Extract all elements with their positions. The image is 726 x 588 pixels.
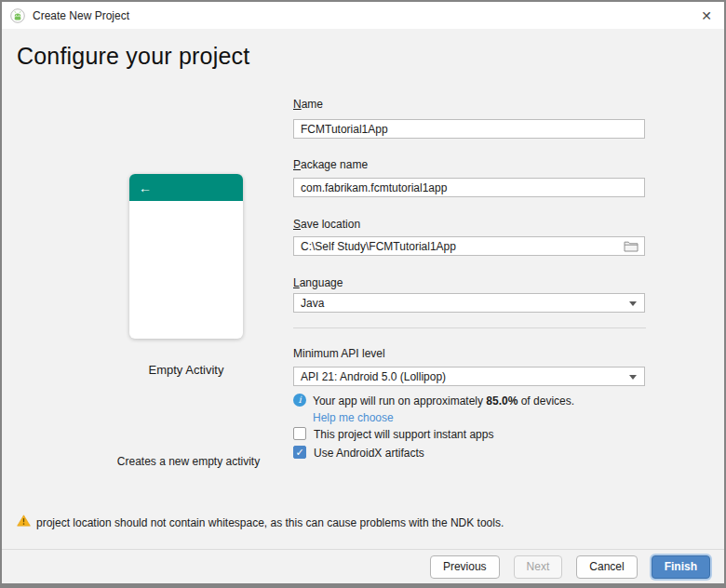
template-name: Empty Activity [129, 363, 243, 377]
help-me-choose-link[interactable]: Help me choose [313, 411, 394, 424]
min-api-label: Minimum API level [293, 347, 385, 360]
instant-apps-checkbox[interactable] [293, 427, 306, 440]
create-new-project-dialog: Create New Project ✕ Configure your proj… [0, 0, 726, 588]
save-location-label: Save location [293, 218, 360, 231]
template-preview-appbar: ← [129, 174, 243, 201]
info-icon: i [293, 394, 306, 407]
android-studio-icon [10, 8, 25, 23]
package-name-label: Package name [293, 158, 368, 171]
folder-icon[interactable] [624, 240, 639, 252]
form-divider [293, 327, 646, 328]
previous-button[interactable]: Previous [430, 555, 500, 579]
back-arrow-icon: ← [139, 181, 152, 194]
chevron-down-icon [629, 375, 637, 380]
template-description: Creates a new empty activity [93, 455, 284, 468]
api-info-suffix: of devices. [518, 394, 574, 408]
next-button[interactable]: Next [514, 555, 563, 579]
language-dropdown[interactable]: Java [293, 293, 645, 313]
androidx-checkbox-label[interactable]: Use AndroidX artifacts [314, 447, 424, 460]
instant-apps-checkbox-label[interactable]: This project will support instant apps [314, 428, 493, 441]
api-info-percentage: 85.0% [486, 394, 518, 408]
window-title: Create New Project [33, 9, 129, 22]
warning-message: project location should not contain whit… [36, 516, 504, 529]
titlebar: Create New Project ✕ [2, 2, 724, 29]
cancel-button[interactable]: Cancel [576, 555, 637, 579]
chevron-down-icon [629, 301, 637, 306]
close-icon[interactable]: ✕ [691, 2, 722, 29]
page-title: Configure your project [17, 43, 249, 70]
warning-icon [17, 514, 31, 527]
template-preview-card: ← [129, 174, 243, 339]
package-name-input[interactable] [293, 178, 645, 197]
finish-button[interactable]: Finish [652, 555, 710, 579]
api-info-prefix: Your app will run on approximately [313, 394, 486, 408]
api-info-text: Your app will run on approximately 85.0%… [313, 394, 574, 408]
language-value: Java [301, 297, 324, 310]
min-api-value: API 21: Android 5.0 (Lollipop) [301, 370, 446, 383]
androidx-checkbox[interactable]: ✓ [293, 446, 306, 459]
footer-button-bar: Previous Next Cancel Finish [2, 550, 724, 583]
save-location-input[interactable] [293, 236, 645, 256]
name-label: Name [293, 98, 323, 111]
min-api-dropdown[interactable]: API 21: Android 5.0 (Lollipop) [293, 367, 645, 386]
save-location-field [293, 236, 645, 256]
language-label: Language [293, 276, 343, 289]
name-input[interactable] [293, 119, 645, 139]
